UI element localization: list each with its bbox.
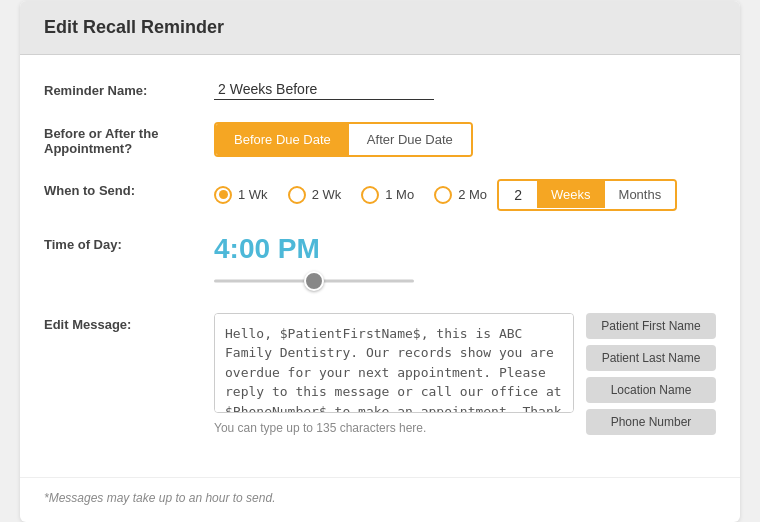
before-after-toggle: Before Due Date After Due Date [214, 122, 473, 157]
edit-message-control: Hello, $PatientFirstName$, this is ABC F… [214, 313, 716, 435]
before-due-date-button[interactable]: Before Due Date [216, 124, 349, 155]
edit-message-label: Edit Message: [44, 313, 214, 332]
slider-thumb[interactable] [304, 271, 324, 291]
weeks-unit-button[interactable]: Weeks [537, 181, 605, 208]
message-row: Hello, $PatientFirstName$, this is ABC F… [214, 313, 716, 435]
radio-label-2wk: 2 Wk [312, 187, 342, 202]
card-footer: *Messages may take up to an hour to send… [20, 477, 740, 522]
when-to-send-row: When to Send: 1 Wk 2 Wk [44, 179, 716, 211]
message-textarea[interactable]: Hello, $PatientFirstName$, this is ABC F… [214, 313, 574, 413]
radio-circle-2wk [288, 186, 306, 204]
when-row: 1 Wk 2 Wk 1 Mo 2 Mo [214, 179, 716, 211]
when-to-send-label: When to Send: [44, 179, 214, 198]
radio-circle-1mo [361, 186, 379, 204]
time-display: 4:00 PM [214, 233, 716, 265]
custom-send-group: Weeks Months [497, 179, 677, 211]
radio-group: 1 Wk 2 Wk 1 Mo 2 Mo [214, 186, 487, 204]
before-after-label: Before or After the Appointment? [44, 122, 214, 156]
after-due-date-button[interactable]: After Due Date [349, 124, 471, 155]
reminder-name-input[interactable] [214, 79, 434, 100]
when-to-send-control: 1 Wk 2 Wk 1 Mo 2 Mo [214, 179, 716, 211]
time-of-day-control: 4:00 PM [214, 233, 716, 291]
radio-label-2mo: 2 Mo [458, 187, 487, 202]
before-after-row: Before or After the Appointment? Before … [44, 122, 716, 157]
footer-note: *Messages may take up to an hour to send… [44, 491, 275, 505]
radio-circle-2mo [434, 186, 452, 204]
radio-1mo[interactable]: 1 Mo [361, 186, 414, 204]
page-title: Edit Recall Reminder [44, 17, 716, 38]
radio-label-1mo: 1 Mo [385, 187, 414, 202]
time-of-day-label: Time of Day: [44, 233, 214, 252]
reminder-name-row: Reminder Name: [44, 79, 716, 100]
radio-2wk[interactable]: 2 Wk [288, 186, 342, 204]
location-name-tag[interactable]: Location Name [586, 377, 716, 403]
time-slider-container[interactable] [214, 271, 414, 291]
time-of-day-row: Time of Day: 4:00 PM [44, 233, 716, 291]
edit-message-row: Edit Message: Hello, $PatientFirstName$,… [44, 313, 716, 435]
patient-first-name-tag[interactable]: Patient First Name [586, 313, 716, 339]
edit-recall-reminder-card: Edit Recall Reminder Reminder Name: Befo… [20, 1, 740, 522]
radio-2mo[interactable]: 2 Mo [434, 186, 487, 204]
phone-number-tag[interactable]: Phone Number [586, 409, 716, 435]
radio-circle-1wk [214, 186, 232, 204]
months-unit-button[interactable]: Months [605, 181, 676, 208]
reminder-name-control [214, 79, 716, 100]
custom-send-number-input[interactable] [499, 181, 537, 209]
char-hint: You can type up to 135 characters here. [214, 421, 574, 435]
before-after-control: Before Due Date After Due Date [214, 122, 716, 157]
radio-1wk[interactable]: 1 Wk [214, 186, 268, 204]
reminder-name-label: Reminder Name: [44, 79, 214, 98]
message-textarea-wrap: Hello, $PatientFirstName$, this is ABC F… [214, 313, 574, 435]
patient-last-name-tag[interactable]: Patient Last Name [586, 345, 716, 371]
card-header: Edit Recall Reminder [20, 1, 740, 55]
tag-buttons: Patient First Name Patient Last Name Loc… [586, 313, 716, 435]
radio-label-1wk: 1 Wk [238, 187, 268, 202]
card-body: Reminder Name: Before or After the Appoi… [20, 55, 740, 473]
